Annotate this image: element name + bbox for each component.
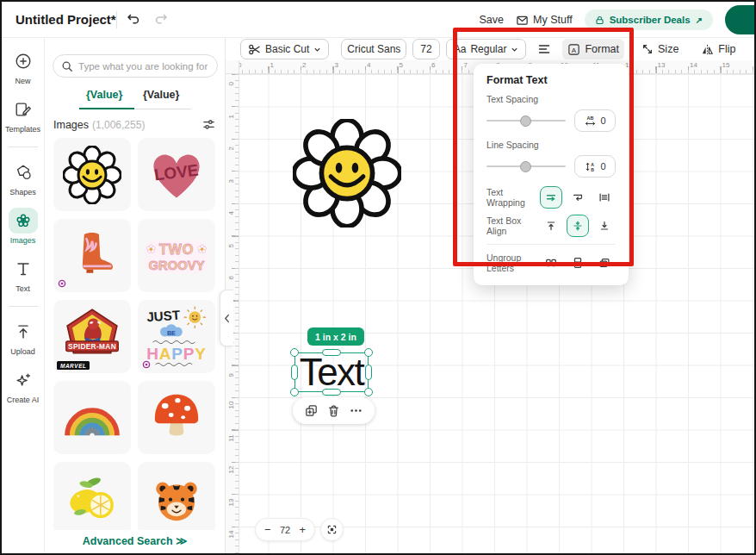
tab-value-1[interactable]: {Value} <box>86 89 122 101</box>
font-style-dropdown[interactable]: Aa Regular <box>446 39 527 59</box>
image-tile-mushroom[interactable] <box>138 381 215 454</box>
image-tile-just-be-happy[interactable]: JUST BE HAPPY <box>138 300 215 373</box>
svg-text:B: B <box>592 166 595 171</box>
selected-text-element[interactable]: Text <box>294 352 369 392</box>
sidebar-item-shapes[interactable]: Shapes <box>3 159 43 196</box>
handle-top-mid[interactable] <box>322 349 341 356</box>
image-tile-flower-smiley[interactable] <box>53 138 131 211</box>
zoom-in-button[interactable]: + <box>299 524 306 535</box>
ungroup-letters-label: Ungroup Letters <box>486 253 536 273</box>
arrange-button[interactable]: Arrange <box>753 39 756 59</box>
image-tile-lemon[interactable] <box>53 462 131 535</box>
undo-icon[interactable] <box>126 11 143 28</box>
image-tile-two-groovy[interactable]: TWO GROOVY <box>138 219 215 292</box>
advanced-search-link[interactable]: Advanced Search ≫ <box>45 530 225 552</box>
handle-bottom-right[interactable] <box>364 388 373 396</box>
wrap-overflow-button[interactable] <box>540 186 562 209</box>
ellipsis-icon <box>349 403 363 418</box>
fit-to-screen-button[interactable] <box>320 518 344 541</box>
sidebar-item-upload[interactable]: Upload <box>3 319 43 356</box>
font-name: Cricut Sans <box>347 43 400 55</box>
sidebar-item-create-ai[interactable]: Create AI <box>3 367 43 404</box>
letter-spacing-icon: AB <box>584 115 597 128</box>
handle-bottom-mid[interactable] <box>322 389 341 396</box>
text-t-icon <box>14 259 33 278</box>
edit-toolbar: Basic Cut Cricut Sans 72 Aa Regular A Fo… <box>226 38 756 60</box>
zoom-control: − 72 + <box>255 518 315 541</box>
canvas-flower-image[interactable] <box>293 119 401 228</box>
sidebar-item-templates[interactable]: Templates <box>3 97 43 134</box>
handle-right-mid[interactable] <box>365 365 372 380</box>
sidebar-item-text[interactable]: Text <box>3 256 43 293</box>
format-button[interactable]: A Format <box>562 39 624 59</box>
groovy-line1: TWO <box>159 241 195 257</box>
text-spacing-slider-thumb[interactable] <box>520 115 531 127</box>
image-tile-tiger[interactable] <box>138 462 215 535</box>
ruler-corner <box>226 60 239 74</box>
align-top-button[interactable] <box>540 215 562 237</box>
my-stuff-button[interactable]: My Stuff <box>516 14 573 27</box>
handle-top-left[interactable] <box>290 348 299 357</box>
canvas-text[interactable]: Text <box>300 353 364 391</box>
more-options-button[interactable] <box>349 403 364 419</box>
font-size-value: 72 <box>420 43 431 55</box>
image-tile-cowboy-boot[interactable] <box>53 219 131 292</box>
image-tile-love-heart[interactable]: LOVE <box>138 138 215 211</box>
align-bottom-button[interactable] <box>593 215 616 237</box>
project-title: Untitled Project* <box>15 12 116 27</box>
ungroup-letters-button[interactable] <box>540 252 562 274</box>
my-stuff-label: My Stuff <box>533 14 573 26</box>
double-chevron-icon: ≫ <box>176 535 187 547</box>
wrap-return-button[interactable] <box>567 186 589 209</box>
images-panel: {Value} {Value} Images (1,006,255) LOVE <box>45 38 226 555</box>
text-spacing-value-box[interactable]: AB 0 <box>574 109 616 132</box>
sidebar-item-new[interactable]: New <box>3 48 43 85</box>
text-spacing-slider[interactable] <box>486 120 566 122</box>
external-arrow-icon: ↗ <box>696 16 703 25</box>
handle-bottom-left[interactable] <box>290 388 299 396</box>
panel-collapse-handle[interactable] <box>220 290 233 346</box>
chevron-left-icon <box>224 314 230 323</box>
flip-button[interactable]: Flip <box>696 39 741 59</box>
sidebar-divider <box>9 306 38 307</box>
premium-badge-icon <box>142 360 151 369</box>
subscriber-deals-button[interactable]: Subscriber Deals ↗ <box>585 9 713 30</box>
handle-left-mid[interactable] <box>291 365 298 380</box>
line-height-icon: AB <box>584 160 597 173</box>
duplicate-icon <box>304 403 319 418</box>
flip-label: Flip <box>718 43 735 55</box>
align-top-icon <box>544 219 558 233</box>
filter-icon[interactable] <box>201 117 217 133</box>
alignment-button[interactable] <box>532 39 556 59</box>
save-button[interactable]: Save <box>480 14 505 26</box>
line-spacing-value-box[interactable]: AB 0 <box>574 155 616 178</box>
zoom-out-button[interactable]: − <box>264 524 271 535</box>
font-size-input[interactable]: 72 <box>412 39 439 59</box>
image-tile-rainbow[interactable] <box>53 381 131 454</box>
wrap-justify-button[interactable] <box>593 186 616 209</box>
line-spacing-slider[interactable] <box>486 165 566 167</box>
align-bottom-icon <box>598 219 611 233</box>
sidebar-item-images[interactable]: Images <box>3 208 43 245</box>
delete-button[interactable] <box>325 403 341 419</box>
handle-top-right[interactable] <box>364 348 373 357</box>
text-wrapping-label: Text Wrapping <box>486 187 536 208</box>
duplicate-button[interactable] <box>303 403 319 419</box>
tab-value-2[interactable]: {Value} <box>143 89 179 101</box>
align-middle-button[interactable] <box>567 215 589 237</box>
operation-dropdown[interactable]: Basic Cut <box>240 39 329 59</box>
zoom-value: 72 <box>280 525 290 535</box>
make-it-button[interactable] <box>725 5 756 34</box>
shapes-icon <box>14 163 33 182</box>
line-spacing-slider-thumb[interactable] <box>520 161 531 172</box>
size-button[interactable]: Size <box>636 39 684 59</box>
svg-text:AB: AB <box>587 115 594 121</box>
ungroup-lines-button[interactable] <box>567 252 589 274</box>
ungroup-all-button[interactable] <box>593 252 616 274</box>
font-selector[interactable]: Cricut Sans <box>341 39 406 59</box>
wrap-justify-icon <box>598 190 611 204</box>
image-tile-spider-man[interactable]: SPIDER-MAN MARVEL <box>53 300 131 373</box>
search-input[interactable] <box>78 61 208 72</box>
search-box[interactable] <box>53 54 218 78</box>
redo-icon[interactable] <box>153 11 170 28</box>
